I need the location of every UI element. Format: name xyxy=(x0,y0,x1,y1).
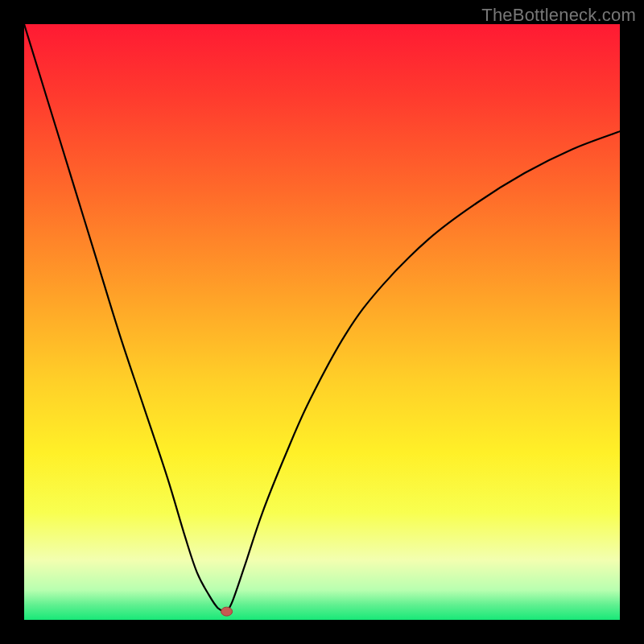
chart-stage: TheBottleneck.com xyxy=(0,0,644,644)
bottleneck-chart xyxy=(24,24,620,620)
plot-area xyxy=(24,24,620,620)
gradient-background xyxy=(24,24,620,620)
watermark-text: TheBottleneck.com xyxy=(481,5,636,26)
minimum-marker xyxy=(221,607,233,616)
